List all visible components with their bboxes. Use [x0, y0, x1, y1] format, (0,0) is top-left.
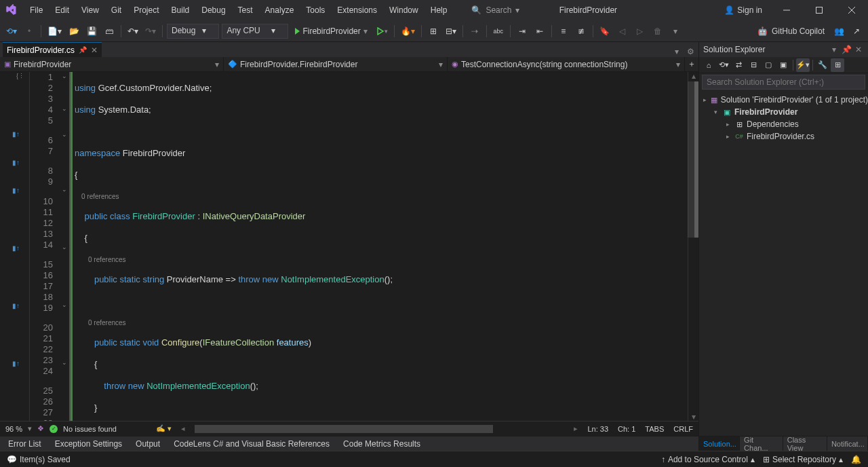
vertical-scrollbar[interactable]: ▴ ▾: [688, 72, 698, 421]
forward-nav-button[interactable]: •: [22, 24, 37, 39]
tab-gear-icon[interactable]: ⚙: [685, 46, 696, 57]
sp-wrench-button[interactable]: 🔧: [816, 58, 829, 72]
indent-inc-button[interactable]: ⇥: [515, 24, 530, 39]
sidetab-classview[interactable]: Class View: [783, 436, 827, 451]
fold-toggle[interactable]: ⌄: [60, 301, 68, 308]
copilot-button[interactable]: 🤖 GitHub Copilot: [753, 26, 829, 36]
close-button[interactable]: [838, 1, 865, 20]
code-editor[interactable]: using Gcef.CustomProvider.Native; using …: [71, 72, 688, 421]
nav-project-select[interactable]: ▣ FirebirdProvider ▾: [0, 57, 224, 71]
tab-firebirdprovider[interactable]: FirebirdProvider.cs 📌 ✕: [3, 42, 102, 57]
sp-view-button[interactable]: ⊞: [831, 58, 844, 72]
tab-dropdown[interactable]: ▾: [671, 46, 682, 57]
run-button[interactable]: FirebirdProvider ▾: [291, 24, 371, 39]
issues-label[interactable]: No issues found: [63, 425, 117, 433]
tool-btn-abc[interactable]: abc: [491, 24, 506, 39]
hscroll-left[interactable]: ◂: [181, 424, 185, 433]
tree-solution-node[interactable]: ▸ ▦ Solution 'FirebirdProvider' (1 of 1 …: [699, 94, 868, 106]
toolbar-overflow[interactable]: ▾: [668, 24, 683, 39]
minimize-button[interactable]: [773, 1, 800, 20]
tab-error-list[interactable]: Error List: [3, 438, 47, 450]
fold-toggle[interactable]: ⌄: [60, 73, 68, 79]
collapse-icon[interactable]: ▾: [711, 109, 719, 115]
expand-icon[interactable]: ▸: [724, 121, 732, 128]
nav-plus-button[interactable]: ＋: [685, 57, 698, 71]
sp-show-all-button[interactable]: ▢: [762, 58, 775, 72]
hot-reload-button[interactable]: 🔥▾: [399, 24, 417, 39]
zoom-level[interactable]: 96 %: [5, 425, 22, 433]
hscroll-right[interactable]: ▸: [574, 424, 578, 433]
solution-search-input[interactable]: [702, 75, 865, 90]
new-item-button[interactable]: 📄▾: [45, 24, 64, 39]
menu-analyze[interactable]: Analyze: [260, 3, 300, 18]
menu-tools[interactable]: Tools: [300, 3, 330, 18]
nav-class-select[interactable]: 🔷 FirebirdProvider.FirebirdProvider ▾: [224, 57, 448, 71]
tab-output[interactable]: Output: [130, 438, 165, 450]
open-button[interactable]: 📂: [66, 24, 81, 39]
sp-preview-button[interactable]: ▣: [776, 58, 790, 72]
sp-filter-button[interactable]: ⚡▾: [796, 58, 810, 72]
bookmark-clear-button[interactable]: 🗑: [650, 24, 665, 39]
bookmark-button[interactable]: 🔖: [597, 24, 612, 39]
sidetab-notifications[interactable]: Notificat...: [827, 436, 868, 451]
fold-toggle[interactable]: ⌄: [60, 105, 68, 112]
menu-project[interactable]: Project: [128, 3, 164, 18]
tab-code-metrics[interactable]: Code Metrics Results: [338, 438, 426, 450]
platform-select[interactable]: Any CPU ▾: [222, 24, 288, 39]
tab-exception-settings[interactable]: Exception Settings: [50, 438, 127, 450]
tool-btn-2[interactable]: ⊟▾: [443, 24, 458, 39]
eol-mode[interactable]: CRLF: [673, 425, 693, 433]
panel-dropdown[interactable]: ▾: [829, 45, 840, 54]
tree-dependencies-node[interactable]: ▸ ⊞ Dependencies: [699, 118, 868, 130]
fold-toggle[interactable]: ⌄: [60, 359, 68, 366]
config-select[interactable]: Debug ▾: [167, 24, 219, 39]
menu-debug[interactable]: Debug: [196, 3, 231, 18]
zoom-dropdown[interactable]: ▾: [28, 424, 32, 433]
tree-file-node[interactable]: ▸ C# FirebirdProvider.cs: [699, 130, 868, 143]
panel-pin-icon[interactable]: 📌: [841, 45, 852, 54]
bookmark-next-button[interactable]: ▷: [633, 24, 648, 39]
tool-btn-3[interactable]: ⇢: [467, 24, 482, 39]
status-repo[interactable]: ⊞ Select Repository ▴: [763, 455, 843, 464]
nav-method-select[interactable]: ◉ TestConnectionAsync(string connectionS…: [448, 57, 685, 71]
maximize-button[interactable]: [806, 1, 833, 20]
status-saved[interactable]: 💬 Item(s) Saved: [7, 455, 71, 464]
share-button[interactable]: 👥: [831, 24, 846, 39]
comment-button[interactable]: ≡: [556, 24, 571, 39]
redo-button[interactable]: ↷▾: [143, 24, 158, 39]
fold-toggle[interactable]: ⌄: [60, 131, 68, 138]
solution-search[interactable]: [702, 75, 865, 90]
expand-icon[interactable]: ▸: [702, 96, 708, 103]
status-source-control[interactable]: ↑ Add to Source Control ▴: [661, 455, 755, 464]
sp-collapse-button[interactable]: ⊟: [747, 58, 760, 72]
sidetab-git[interactable]: Git Chan...: [740, 436, 783, 451]
back-nav-button[interactable]: ⟲▾: [4, 24, 19, 39]
indent-mode[interactable]: TABS: [645, 425, 664, 433]
sp-sync-button[interactable]: ⇄: [732, 58, 745, 72]
tool-btn-1[interactable]: ⊞: [426, 24, 441, 39]
caret-col[interactable]: Ch: 1: [618, 425, 635, 433]
save-all-button[interactable]: 🗃: [102, 24, 117, 39]
fold-toggle[interactable]: ⌄: [60, 186, 68, 193]
indent-dec-button[interactable]: ⇤: [532, 24, 547, 39]
expand-icon[interactable]: ▸: [724, 133, 732, 140]
menu-build[interactable]: Build: [166, 3, 195, 18]
menu-test[interactable]: Test: [233, 3, 258, 18]
uncomment-button[interactable]: ≢: [574, 24, 589, 39]
panel-close-icon[interactable]: ✕: [853, 45, 864, 54]
tree-project-node[interactable]: ▾ ▣ FirebirdProvider: [699, 106, 868, 118]
menu-edit[interactable]: Edit: [50, 3, 75, 18]
caret-line[interactable]: Ln: 33: [587, 425, 608, 433]
tab-codelens[interactable]: CodeLens C# and Visual Basic References: [168, 438, 335, 450]
horizontal-scrollbar[interactable]: [195, 424, 564, 434]
menu-help[interactable]: Help: [425, 3, 453, 18]
account-button[interactable]: ↗: [849, 24, 864, 39]
brush-icon[interactable]: ✍ ▾: [156, 424, 172, 433]
sp-home-button[interactable]: ⌂: [702, 58, 715, 72]
status-bell[interactable]: 🔔: [851, 455, 861, 464]
close-icon[interactable]: ✕: [91, 45, 98, 55]
menu-view[interactable]: View: [76, 3, 104, 18]
save-button[interactable]: 💾: [84, 24, 99, 39]
sign-in-button[interactable]: 👤 Sign in: [719, 5, 768, 15]
menu-file[interactable]: File: [24, 3, 48, 18]
